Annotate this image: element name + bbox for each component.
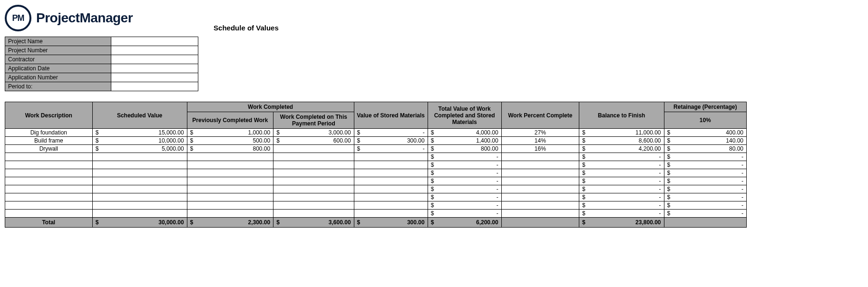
cell-scheduled[interactable] [92, 161, 187, 169]
cell-stored[interactable] [354, 177, 428, 185]
cell-prev-completed[interactable] [187, 201, 273, 210]
cell-scheduled[interactable] [92, 169, 187, 177]
cell-prev-completed[interactable] [187, 193, 273, 201]
cell-balance[interactable]: $- [579, 193, 664, 201]
cell-this-period[interactable] [273, 185, 354, 193]
cell-prev-completed[interactable] [187, 185, 273, 193]
cell-prev-completed[interactable] [187, 177, 273, 185]
cell-scheduled[interactable]: $10,000.00 [92, 137, 187, 145]
cell-retainage[interactable]: $- [664, 169, 747, 177]
cell-balance[interactable]: $8,600.00 [579, 137, 664, 145]
cell-this-period[interactable] [273, 145, 354, 153]
cell-description[interactable] [5, 169, 93, 177]
cell-stored[interactable] [354, 153, 428, 161]
cell-retainage[interactable]: $- [664, 153, 747, 161]
cell-stored[interactable]: $300.00 [354, 137, 428, 145]
cell-scheduled[interactable]: $15,000.00 [92, 129, 187, 137]
cell-balance[interactable]: $- [579, 161, 664, 169]
cell-total-value[interactable]: $- [428, 177, 501, 185]
cell-balance[interactable]: $- [579, 177, 664, 185]
cell-retainage[interactable]: $- [664, 193, 747, 201]
cell-total-value[interactable]: $- [428, 193, 501, 201]
cell-percent[interactable] [501, 177, 579, 185]
cell-retainage[interactable]: $- [664, 161, 747, 169]
cell-stored[interactable] [354, 201, 428, 210]
cell-this-period[interactable] [273, 169, 354, 177]
cell-total-value[interactable]: $- [428, 210, 501, 218]
cell-total-value[interactable]: $4,000.00 [428, 129, 501, 137]
info-value[interactable] [111, 82, 198, 91]
cell-retainage[interactable]: $- [664, 210, 747, 218]
cell-percent[interactable] [501, 153, 579, 161]
cell-retainage[interactable]: $400.00 [664, 129, 747, 137]
cell-stored[interactable] [354, 210, 428, 218]
cell-balance[interactable]: $- [579, 169, 664, 177]
cell-prev-completed[interactable]: $500.00 [187, 137, 273, 145]
cell-description[interactable]: Build frame [5, 137, 93, 145]
cell-retainage[interactable]: $140.00 [664, 137, 747, 145]
cell-prev-completed[interactable] [187, 169, 273, 177]
cell-scheduled[interactable] [92, 185, 187, 193]
cell-stored[interactable] [354, 161, 428, 169]
cell-stored[interactable] [354, 193, 428, 201]
cell-scheduled[interactable] [92, 153, 187, 161]
cell-scheduled[interactable] [92, 201, 187, 210]
cell-scheduled[interactable] [92, 210, 187, 218]
info-value[interactable] [111, 64, 198, 73]
cell-prev-completed[interactable] [187, 161, 273, 169]
cell-percent[interactable]: 16% [501, 145, 579, 153]
cell-total-value[interactable]: $800.00 [428, 145, 501, 153]
cell-balance[interactable]: $11,000.00 [579, 129, 664, 137]
cell-total-value[interactable]: $- [428, 201, 501, 210]
cell-this-period[interactable] [273, 201, 354, 210]
cell-balance[interactable]: $- [579, 210, 664, 218]
cell-balance[interactable]: $- [579, 201, 664, 210]
cell-scheduled[interactable]: $5,000.00 [92, 145, 187, 153]
cell-this-period[interactable] [273, 210, 354, 218]
cell-stored[interactable]: $- [354, 129, 428, 137]
info-value[interactable] [111, 55, 198, 64]
cell-stored[interactable] [354, 169, 428, 177]
cell-this-period[interactable] [273, 153, 354, 161]
info-value[interactable] [111, 46, 198, 55]
info-value[interactable] [111, 37, 198, 46]
cell-scheduled[interactable] [92, 177, 187, 185]
cell-percent[interactable] [501, 185, 579, 193]
cell-percent[interactable] [501, 193, 579, 201]
cell-percent[interactable] [501, 161, 579, 169]
cell-total-value[interactable]: $1,400.00 [428, 137, 501, 145]
cell-this-period[interactable] [273, 161, 354, 169]
cell-description[interactable] [5, 210, 93, 218]
cell-balance[interactable]: $- [579, 153, 664, 161]
cell-retainage[interactable]: $- [664, 185, 747, 193]
cell-this-period[interactable]: $3,000.00 [273, 129, 354, 137]
cell-total-value[interactable]: $- [428, 169, 501, 177]
cell-stored[interactable]: $- [354, 145, 428, 153]
cell-description[interactable]: Dig foundation [5, 129, 93, 137]
cell-this-period[interactable]: $600.00 [273, 137, 354, 145]
cell-description[interactable] [5, 193, 93, 201]
cell-total-value[interactable]: $- [428, 185, 501, 193]
cell-percent[interactable] [501, 201, 579, 210]
cell-percent[interactable]: 27% [501, 129, 579, 137]
cell-total-value[interactable]: $- [428, 161, 501, 169]
cell-prev-completed[interactable]: $1,000.00 [187, 129, 273, 137]
cell-description[interactable] [5, 153, 93, 161]
cell-percent[interactable]: 14% [501, 137, 579, 145]
cell-description[interactable] [5, 177, 93, 185]
cell-description[interactable]: Drywall [5, 145, 93, 153]
cell-retainage[interactable]: $- [664, 201, 747, 210]
cell-prev-completed[interactable] [187, 210, 273, 218]
cell-balance[interactable]: $4,200.00 [579, 145, 664, 153]
cell-this-period[interactable] [273, 193, 354, 201]
cell-prev-completed[interactable]: $800.00 [187, 145, 273, 153]
cell-prev-completed[interactable] [187, 153, 273, 161]
cell-this-period[interactable] [273, 177, 354, 185]
cell-scheduled[interactable] [92, 193, 187, 201]
cell-balance[interactable]: $- [579, 185, 664, 193]
cell-description[interactable] [5, 161, 93, 169]
cell-retainage[interactable]: $- [664, 177, 747, 185]
cell-percent[interactable] [501, 169, 579, 177]
cell-retainage[interactable]: $80.00 [664, 145, 747, 153]
cell-percent[interactable] [501, 210, 579, 218]
